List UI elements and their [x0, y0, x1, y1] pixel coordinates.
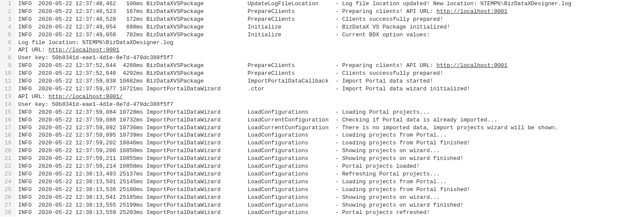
log-text: INFO 2020-05-22 12:37:52,648 4292ms BizD… — [18, 70, 443, 77]
log-line-content: INFO 2020-05-22 12:37:59,088 10732ms Imp… — [16, 116, 644, 124]
log-viewer: 1INFO 2020-05-22 12:37:48,462 106ms BizD… — [0, 0, 644, 217]
log-text: INFO 2020-05-22 12:37:49,054 698ms BizDa… — [18, 24, 450, 30]
line-number: 21 — [0, 155, 16, 163]
line-number: 7 — [0, 46, 16, 54]
line-number: 16 — [0, 116, 16, 124]
log-row: 18INFO 2020-05-22 12:37:59,095 10739ms I… — [0, 131, 644, 139]
line-number: 20 — [0, 147, 16, 155]
log-text: INFO 2020-05-22 12:38:13,555 25199ms Imp… — [18, 202, 464, 208]
log-text: INFO 2020-05-22 12:37:59,211 10855ms Imp… — [18, 155, 464, 162]
line-number: 10 — [0, 70, 16, 77]
log-row: 5INFO 2020-05-22 12:37:49,058 702ms BizD… — [0, 31, 644, 39]
log-row: 3INFO 2020-05-22 12:37:48,528 172ms BizD… — [0, 16, 644, 23]
log-line-content: INFO 2020-05-22 12:37:52,648 4292ms BizD… — [16, 70, 644, 77]
line-number: 2 — [0, 8, 16, 16]
log-line-content: User key: 50b8341d-eae1-4d1e-8e7d-479dc3… — [16, 101, 644, 108]
log-line-content: INFO 2020-05-22 12:37:59,095 10739ms Imp… — [16, 131, 644, 139]
log-text: INFO 2020-05-22 12:37:59,038 10682ms Biz… — [18, 78, 433, 84]
log-text: INFO 2020-05-22 12:37:48,523 167ms BizDa… — [18, 8, 436, 15]
log-text: INFO 2020-05-22 12:37:59,202 10846ms Imp… — [18, 140, 470, 146]
log-text: INFO 2020-05-22 12:38:13,493 25137ms Imp… — [18, 171, 440, 177]
log-line-content: INFO 2020-05-22 12:38:13,541 25185ms Imp… — [16, 194, 644, 201]
log-line-content: INFO 2020-05-22 12:37:59,211 10855ms Imp… — [16, 155, 644, 163]
log-line-content: INFO 2020-05-22 12:37:59,214 10858ms Imp… — [16, 163, 644, 170]
log-row: 9INFO 2020-05-22 12:37:52,644 4288ms Biz… — [0, 62, 644, 70]
log-text: INFO 2020-05-22 12:37:59,088 10732ms Imp… — [18, 117, 497, 123]
log-line-content: INFO 2020-05-22 12:37:59,206 10850ms Imp… — [16, 147, 644, 155]
line-number: 5 — [0, 31, 16, 39]
log-text: INFO 2020-05-22 12:38:13,536 25180ms Imp… — [18, 186, 470, 193]
line-number: 23 — [0, 170, 16, 178]
log-url-link[interactable]: http://localhost:9001/ — [48, 93, 123, 100]
log-row: 11INFO 2020-05-22 12:37:59,038 10682ms B… — [0, 77, 644, 85]
log-row: 7API URL: http://localhost:9001 — [0, 46, 644, 54]
log-line-content: INFO 2020-05-22 12:37:52,644 4288ms BizD… — [16, 62, 644, 70]
line-number: 6 — [0, 39, 16, 47]
log-row: 13API URL: http://localhost:9001/ — [0, 93, 644, 101]
log-line-content: INFO 2020-05-22 12:37:48,523 167ms BizDa… — [16, 8, 644, 16]
log-row: 17INFO 2020-05-22 12:37:59,092 10736ms I… — [0, 124, 644, 132]
log-row: 10INFO 2020-05-22 12:37:52,648 4292ms Bi… — [0, 70, 644, 77]
log-row: 16INFO 2020-05-22 12:37:59,088 10732ms I… — [0, 116, 644, 124]
line-number: 26 — [0, 194, 16, 201]
log-line-content: API URL: http://localhost:9001/ — [16, 93, 644, 101]
log-row: 14User key: 50b8341d-eae1-4d1e-8e7d-479d… — [0, 101, 644, 108]
log-row: 23INFO 2020-05-22 12:38:13,493 25137ms I… — [0, 170, 644, 178]
log-row: 26INFO 2020-05-22 12:38:13,541 25185ms I… — [0, 194, 644, 201]
log-line-content: User key: 50b8341d-eae1-4d1e-8e7d-479dc3… — [16, 54, 644, 62]
line-number: 12 — [0, 85, 16, 93]
log-row: 4INFO 2020-05-22 12:37:49,054 698ms BizD… — [0, 23, 644, 31]
log-line-content: INFO 2020-05-22 12:38:13,555 25199ms Imp… — [16, 201, 644, 209]
log-text: User key: 50b8341d-eae1-4d1e-8e7d-479dc3… — [18, 101, 173, 108]
log-line-content: INFO 2020-05-22 12:38:13,559 25203ms Imp… — [16, 209, 644, 217]
log-text: INFO 2020-05-22 12:38:13,501 25145ms Imp… — [18, 179, 447, 185]
log-row: 15INFO 2020-05-22 12:37:59,084 10728ms I… — [0, 108, 644, 116]
log-row: 12INFO 2020-05-22 12:37:59,077 10721ms I… — [0, 85, 644, 93]
line-number: 9 — [0, 62, 16, 70]
log-line-content: Log file location: %TEMP%\BizDataXDesign… — [16, 39, 644, 47]
log-line-content: API URL: http://localhost:9001 — [16, 46, 644, 54]
line-number: 19 — [0, 139, 16, 147]
log-url-link[interactable]: http://localhost:9001 — [48, 47, 119, 53]
line-number: 17 — [0, 124, 16, 132]
log-text: INFO 2020-05-22 12:37:59,095 10739ms Imp… — [18, 132, 447, 138]
line-number: 18 — [0, 131, 16, 139]
line-number: 4 — [0, 23, 16, 31]
line-number: 28 — [0, 209, 16, 217]
log-row: 25INFO 2020-05-22 12:38:13,536 25180ms I… — [0, 186, 644, 194]
log-text: INFO 2020-05-22 12:37:59,206 10850ms Imp… — [18, 147, 440, 154]
log-row: 2INFO 2020-05-22 12:37:48,523 167ms BizD… — [0, 8, 644, 16]
log-row: 21INFO 2020-05-22 12:37:59,211 10855ms I… — [0, 155, 644, 163]
log-line-content: INFO 2020-05-22 12:37:48,528 172ms BizDa… — [16, 16, 644, 23]
log-text: INFO 2020-05-22 12:37:59,214 10858ms Imp… — [18, 163, 420, 169]
log-row: 20INFO 2020-05-22 12:37:59,206 10850ms I… — [0, 147, 644, 155]
log-row: 8User key: 50b8341d-eae1-4d1e-8e7d-479dc… — [0, 54, 644, 62]
line-number: 15 — [0, 108, 16, 116]
log-text: API URL: — [18, 93, 48, 100]
line-number: 27 — [0, 201, 16, 209]
log-text: INFO 2020-05-22 12:37:52,644 4288ms BizD… — [18, 62, 436, 69]
log-row: 28INFO 2020-05-22 12:38:13,559 25203ms I… — [0, 209, 644, 217]
line-number: 22 — [0, 163, 16, 170]
line-number: 13 — [0, 93, 16, 101]
log-line-content: INFO 2020-05-22 12:37:49,058 702ms BizDa… — [16, 31, 644, 39]
line-number: 3 — [0, 16, 16, 23]
log-row: 27INFO 2020-05-22 12:38:13,555 25199ms I… — [0, 201, 644, 209]
log-line-content: INFO 2020-05-22 12:37:59,084 10728ms Imp… — [16, 108, 644, 116]
log-url-link[interactable]: http://localhost:9001 — [436, 8, 507, 15]
log-line-content: INFO 2020-05-22 12:38:13,493 25137ms Imp… — [16, 170, 644, 178]
log-text: INFO 2020-05-22 12:37:59,092 10736ms Imp… — [18, 124, 558, 131]
log-text: INFO 2020-05-22 12:37:48,528 172ms BizDa… — [18, 16, 443, 22]
log-text: INFO 2020-05-22 12:37:59,084 10728ms Imp… — [18, 109, 430, 115]
line-number: 1 — [0, 0, 16, 8]
line-number: 8 — [0, 54, 16, 62]
log-row: 19INFO 2020-05-22 12:37:59,202 10846ms I… — [0, 139, 644, 147]
log-text: INFO 2020-05-22 12:38:13,541 25185ms Imp… — [18, 194, 440, 201]
log-line-content: INFO 2020-05-22 12:37:59,092 10736ms Imp… — [16, 124, 644, 132]
log-row: 6Log file location: %TEMP%\BizDataXDesig… — [0, 39, 644, 47]
line-number: 14 — [0, 101, 16, 108]
log-text: User key: 50b8341d-eae1-4d1e-8e7d-479dc3… — [18, 54, 173, 61]
log-line-content: INFO 2020-05-22 12:37:59,202 10846ms Imp… — [16, 139, 644, 147]
log-line-content: INFO 2020-05-22 12:38:13,536 25180ms Imp… — [16, 186, 644, 194]
log-url-link[interactable]: http://localhost:9001 — [436, 62, 507, 69]
